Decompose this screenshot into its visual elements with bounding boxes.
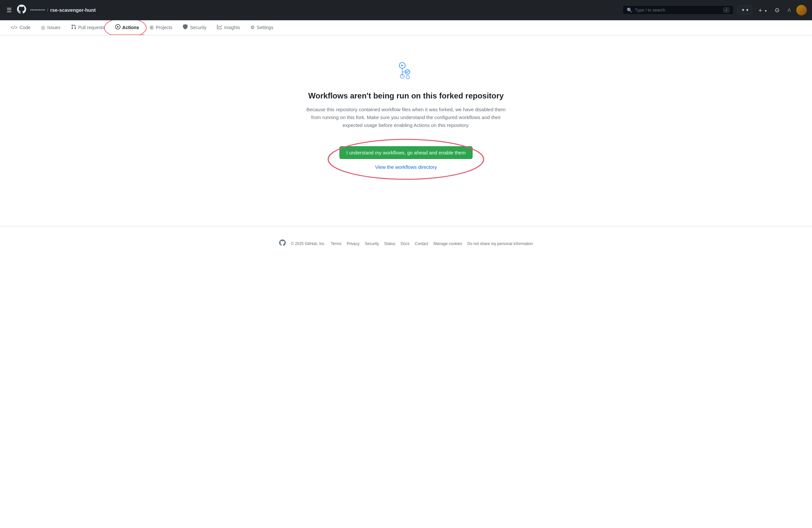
plus-icon: ＋ bbox=[757, 7, 763, 13]
view-workflows-directory-link[interactable]: View the workflows directory bbox=[375, 164, 437, 170]
tab-actions[interactable]: Actions bbox=[110, 20, 144, 35]
tab-security[interactable]: Security bbox=[177, 20, 212, 35]
copilot-icon: ✦ bbox=[741, 8, 745, 12]
main-content: Workflows aren't being run on this forke… bbox=[0, 35, 812, 200]
footer: © 2025 GitHub, Inc. Terms Privacy Securi… bbox=[0, 226, 812, 258]
top-navigation: ☰ •••••••••• / rse-scavenger-hunt 🔍 Type… bbox=[0, 0, 812, 20]
tab-issues-label: Issues bbox=[47, 25, 60, 30]
user-avatar[interactable] bbox=[796, 5, 807, 15]
svg-point-8 bbox=[328, 140, 484, 179]
copilot-chevron: ▾ bbox=[746, 8, 749, 12]
search-kbd: / bbox=[723, 7, 729, 13]
add-button[interactable]: ＋ ▾ bbox=[755, 5, 769, 15]
workflows-illustration bbox=[396, 61, 417, 84]
breadcrumb-separator: / bbox=[47, 8, 48, 13]
tab-actions-label: Actions bbox=[122, 25, 139, 30]
footer-security[interactable]: Security bbox=[365, 241, 379, 246]
search-bar[interactable]: 🔍 Type / to search / bbox=[623, 5, 734, 15]
repo-name[interactable]: rse-scavenger-hunt bbox=[50, 7, 96, 13]
svg-marker-1 bbox=[401, 64, 404, 67]
tab-projects[interactable]: ⊞ Projects bbox=[144, 20, 178, 35]
pr-icon: ⑃ bbox=[787, 6, 791, 13]
tab-pull-requests[interactable]: Pull requests bbox=[66, 20, 110, 35]
insights-tab-icon bbox=[217, 24, 222, 30]
security-tab-icon bbox=[183, 24, 188, 30]
search-icon: 🔍 bbox=[627, 8, 632, 13]
nav-actions: ✦ ▾ ＋ ▾ ⊙ ⑃ bbox=[738, 5, 807, 15]
footer-status[interactable]: Status bbox=[384, 241, 395, 246]
actions-tab-icon bbox=[115, 24, 120, 30]
tab-pr-label: Pull requests bbox=[78, 25, 105, 30]
tab-security-label: Security bbox=[190, 25, 206, 30]
projects-tab-icon: ⊞ bbox=[149, 25, 154, 30]
repo-breadcrumb: •••••••••• / rse-scavenger-hunt bbox=[30, 7, 96, 13]
footer-copyright: © 2025 GitHub, Inc. bbox=[291, 241, 325, 246]
tab-settings[interactable]: ⚙ Settings bbox=[245, 20, 278, 35]
pull-requests-global-button[interactable]: ⑃ bbox=[785, 5, 794, 15]
repo-owner[interactable]: •••••••••• bbox=[30, 8, 45, 12]
footer-docs[interactable]: Docs bbox=[401, 241, 409, 246]
footer-terms[interactable]: Terms bbox=[331, 241, 342, 246]
footer-github-logo bbox=[279, 239, 286, 248]
copilot-button[interactable]: ✦ ▾ bbox=[738, 5, 752, 14]
repo-tabs: </> Code ◎ Issues Pull requests Actions … bbox=[0, 20, 812, 35]
issues-tab-icon: ◎ bbox=[41, 25, 45, 30]
tab-insights[interactable]: Insights bbox=[212, 20, 245, 35]
tab-projects-label: Projects bbox=[156, 25, 173, 30]
footer-manage-cookies[interactable]: Manage cookies bbox=[434, 241, 462, 246]
tab-issues[interactable]: ◎ Issues bbox=[36, 20, 66, 35]
code-tab-icon: </> bbox=[11, 25, 18, 30]
actions-tab-wrapper: Actions bbox=[110, 20, 144, 35]
settings-tab-icon: ⚙ bbox=[250, 25, 255, 30]
footer-do-not-share[interactable]: Do not share my personal information bbox=[467, 241, 533, 246]
workflows-title: Workflows aren't being run on this forke… bbox=[308, 91, 504, 100]
svg-point-7 bbox=[406, 76, 409, 79]
github-logo[interactable] bbox=[17, 4, 26, 15]
cta-highlight-circle bbox=[326, 138, 485, 180]
tab-insights-label: Insights bbox=[224, 25, 240, 30]
bell-icon: ⊙ bbox=[775, 7, 780, 13]
tab-settings-label: Settings bbox=[257, 25, 273, 30]
hamburger-menu[interactable]: ☰ bbox=[5, 5, 13, 15]
tab-code[interactable]: </> Code bbox=[5, 20, 36, 35]
search-placeholder: Type / to search bbox=[635, 8, 665, 12]
tab-code-label: Code bbox=[20, 25, 30, 30]
pr-tab-icon bbox=[71, 24, 76, 30]
enable-workflows-button[interactable]: I understand my workflows, go ahead and … bbox=[339, 146, 472, 159]
notifications-button[interactable]: ⊙ bbox=[772, 5, 782, 15]
workflows-description: Because this repository contained workfl… bbox=[305, 106, 508, 129]
footer-contact[interactable]: Contact bbox=[415, 241, 428, 246]
footer-privacy[interactable]: Privacy bbox=[347, 241, 359, 246]
cta-wrapper: I understand my workflows, go ahead and … bbox=[326, 138, 485, 180]
plus-chevron: ▾ bbox=[765, 9, 767, 13]
